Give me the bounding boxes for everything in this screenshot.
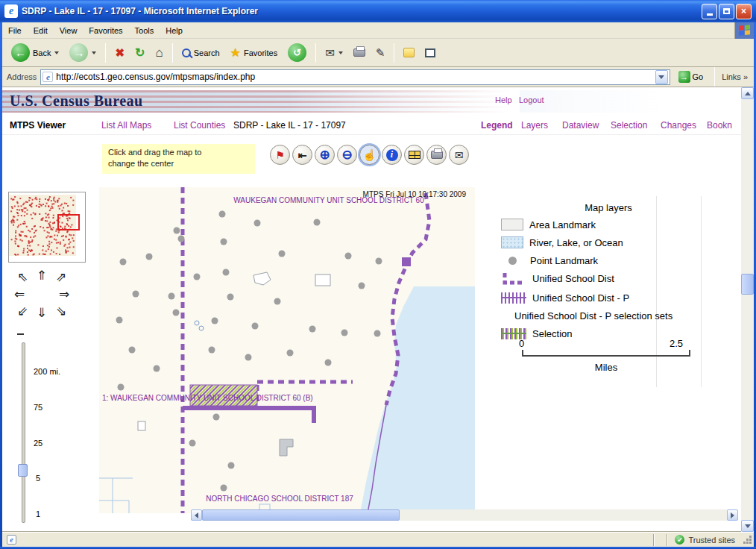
- pan-southeast-button[interactable]: ⇘: [53, 304, 69, 319]
- back-dropdown-icon[interactable]: [54, 51, 59, 54]
- forward-dropdown-icon[interactable]: [92, 51, 96, 54]
- edit-button[interactable]: ✎: [371, 43, 390, 63]
- vertical-scrollbar[interactable]: [741, 87, 754, 532]
- scroll-right-button[interactable]: [727, 509, 738, 521]
- pan-northeast-button[interactable]: ⇗: [53, 269, 69, 285]
- scroll-up-button[interactable]: [741, 87, 754, 99]
- menu-file[interactable]: File: [2, 24, 28, 37]
- favorites-button[interactable]: ★ Favorites: [226, 43, 283, 63]
- point-landmark: [209, 347, 215, 354]
- vertical-scroll-thumb[interactable]: [741, 274, 754, 295]
- scroll-left-button[interactable]: [191, 509, 202, 521]
- history-button[interactable]: ↺: [283, 40, 311, 65]
- windows-logo: [734, 22, 754, 39]
- legend-row-unified-school-dist: Unified School Dist: [501, 271, 614, 286]
- map-canvas[interactable]: MTPS Fri Jul 10 10:17:30 2009 WAUKEGAN C…: [99, 187, 475, 513]
- links-menu[interactable]: Links »: [722, 72, 749, 81]
- point-landmark: [274, 298, 281, 305]
- list-all-maps-link[interactable]: List All Maps: [101, 120, 151, 131]
- zoom-slider-thumb[interactable]: [18, 464, 28, 477]
- refresh-button[interactable]: ↻: [130, 43, 149, 63]
- menu-help[interactable]: Help: [160, 24, 189, 37]
- horizontal-scroll-thumb[interactable]: [202, 509, 400, 521]
- email-map-button[interactable]: ✉: [449, 145, 469, 165]
- resize-grip[interactable]: [743, 535, 753, 545]
- zoom-slider-track[interactable]: [22, 342, 25, 523]
- pan-southwest-button[interactable]: ⇙: [14, 304, 31, 319]
- selection-link[interactable]: Selection: [611, 120, 647, 131]
- go-button[interactable]: → Go: [674, 69, 708, 84]
- district-label-bottom: NORTH CHICAGO SCHOOL DISTRICT 187: [206, 495, 353, 503]
- search-button[interactable]: Search: [177, 46, 224, 60]
- point-landmark: [287, 350, 294, 357]
- previous-extent-icon: ⇤: [298, 149, 307, 161]
- changes-link[interactable]: Changes: [661, 120, 696, 131]
- pan-north-button[interactable]: ⇑: [34, 268, 50, 283]
- close-button[interactable]: ×: [736, 4, 752, 19]
- legend-label: River, Lake, or Ocean: [529, 237, 623, 248]
- point-landmark: [221, 239, 227, 245]
- map-hint-tooltip: Click and drag the map to change the cen…: [102, 144, 255, 174]
- fullscreen-button[interactable]: [420, 46, 440, 60]
- list-counties-link[interactable]: List Counties: [174, 120, 225, 131]
- menu-view[interactable]: View: [54, 24, 84, 37]
- address-dropdown-button[interactable]: [655, 70, 668, 84]
- point-landmark: [254, 220, 261, 227]
- previous-extent-button[interactable]: ⇤: [292, 145, 312, 165]
- identify-button[interactable]: i: [382, 145, 402, 165]
- pan-northwest-button[interactable]: ⇖: [14, 269, 31, 285]
- attributes-button[interactable]: [404, 145, 424, 165]
- overview-map[interactable]: [8, 192, 86, 263]
- menu-favorites[interactable]: Favorites: [83, 24, 128, 37]
- status-page-icon: e: [7, 535, 16, 545]
- forward-button[interactable]: →: [65, 40, 101, 65]
- point-landmark: [279, 251, 286, 257]
- maximize-button[interactable]: [719, 4, 734, 19]
- logout-link[interactable]: Logout: [519, 95, 544, 104]
- back-button[interactable]: ← Back: [7, 40, 63, 65]
- horizontal-scrollbar[interactable]: [191, 509, 738, 521]
- zoom-in-button[interactable]: ⊕: [315, 145, 335, 165]
- menu-edit[interactable]: Edit: [28, 24, 54, 37]
- zoom-out-button[interactable]: ⊖: [337, 145, 357, 165]
- messenger-button[interactable]: [399, 45, 419, 60]
- pan-east-button[interactable]: ⇒: [56, 286, 72, 302]
- legend-row-point-landmark: Point Landmark: [501, 253, 598, 268]
- legend-row-area-landmark: Area Landmark: [501, 217, 596, 232]
- print-map-button[interactable]: [426, 145, 447, 165]
- home-icon: ⌂: [155, 46, 163, 60]
- point-landmark: [309, 326, 316, 333]
- legend-link[interactable]: Legend: [481, 120, 513, 131]
- pan-west-button[interactable]: ⇐: [11, 286, 28, 302]
- point-landmark: [228, 462, 235, 469]
- minimize-button[interactable]: [702, 4, 717, 19]
- favorites-label: Favorites: [244, 48, 277, 57]
- home-button[interactable]: ⌂: [151, 43, 167, 63]
- pan-south-button[interactable]: ⇓: [34, 305, 50, 321]
- point-landmark: [116, 317, 123, 324]
- back-label: Back: [33, 48, 51, 57]
- point-landmark: [120, 259, 127, 266]
- layers-link[interactable]: Layers: [521, 120, 548, 131]
- scroll-down-button[interactable]: [741, 520, 754, 532]
- initial-extent-button[interactable]: ⚑: [270, 145, 290, 165]
- print-button[interactable]: [349, 46, 370, 60]
- legend-row-water: River, Lake, or Ocean: [501, 235, 623, 250]
- pan-button[interactable]: ☝: [359, 145, 379, 165]
- menu-tools[interactable]: Tools: [129, 24, 160, 37]
- help-link[interactable]: Help: [495, 95, 512, 104]
- stop-button[interactable]: ✖: [110, 43, 129, 63]
- stop-icon: ✖: [115, 46, 125, 60]
- app-title: MTPS Viewer: [10, 120, 66, 131]
- point-landmark: [212, 318, 218, 324]
- dataview-link[interactable]: Dataview: [562, 120, 599, 131]
- mail-button[interactable]: ✉: [321, 43, 347, 63]
- address-input[interactable]: e http://ecots1.geo.census.gov/mtpsmaps/…: [40, 69, 670, 85]
- legend-divider: [701, 196, 702, 387]
- mail-dropdown-icon[interactable]: [338, 51, 343, 54]
- page-content: U.S. Census Bureau Help Logout MTPS View…: [2, 87, 741, 532]
- point-landmark: [314, 219, 321, 226]
- toolbar-separator: [172, 43, 173, 63]
- address-url[interactable]: http://ecots1.geo.census.gov/mtpsmaps/in…: [56, 72, 652, 82]
- bookmarks-link[interactable]: Bookn: [707, 120, 732, 131]
